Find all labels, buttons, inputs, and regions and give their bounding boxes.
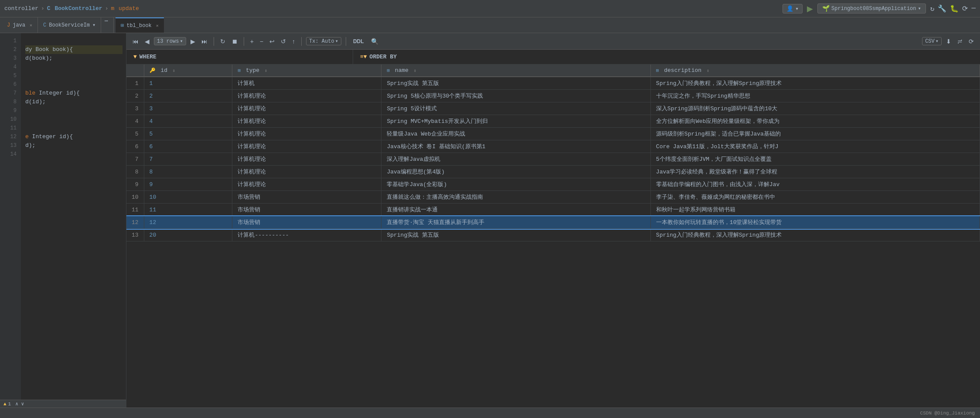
description-cell: Core Java第11版，Jolt大奖获奖作品，针对J [650, 140, 980, 153]
next-row-button[interactable]: ▶ [189, 37, 197, 46]
col-type[interactable]: ⊞ type ⇕ [232, 65, 381, 77]
remove-row-button[interactable]: − [258, 37, 265, 46]
data-table: 🔑 id ⇕ ⊞ type ⇕ ⊞ name ⇕ [126, 65, 980, 241]
ddl-button[interactable]: DDL [350, 37, 367, 45]
more-icon[interactable]: ⟳ [962, 4, 968, 13]
csv-dropdown-icon: ▾ [936, 38, 939, 44]
id-cell: 12 [144, 216, 232, 229]
table-row[interactable]: 4 4 计算机理论 Spring MVC+Mybatis开发从入门到归 全方位解… [126, 115, 980, 128]
row-num-cell: 3 [126, 102, 144, 115]
stop-button[interactable]: ⏹ [230, 37, 239, 46]
build-icon[interactable]: 🔧 [938, 4, 946, 13]
user-button[interactable]: 👤 ▾ [783, 4, 803, 14]
where-label: WHERE [140, 54, 157, 60]
table-row[interactable]: 10 10 市场营销 直播就这么做：主播高效沟通实战指南 李子柒、李佳奇、薇娅成… [126, 191, 980, 204]
row-num-cell: 10 [126, 191, 144, 204]
user-dropdown-icon: ▾ [795, 5, 799, 12]
row-num-cell: 9 [126, 178, 144, 191]
refresh-icon[interactable]: ↻ [930, 4, 935, 13]
sort-icon-name[interactable]: ⇕ [414, 68, 416, 73]
orderby-section[interactable]: ≡▼ ORDER BY [353, 50, 404, 64]
revert2-button[interactable]: ↺ [279, 37, 288, 46]
tx-label: Tx: Auto [309, 38, 334, 44]
toolbar-divider-4 [346, 37, 346, 46]
extra-button[interactable]: ⟳ [967, 37, 976, 46]
filter2-button[interactable]: ≓ [956, 37, 964, 46]
col-name[interactable]: ⊞ name ⇕ [381, 65, 650, 77]
table-row[interactable]: 8 8 计算机理论 Java编程思想(第4版) Java学习必读经典，殿堂级著作… [126, 166, 980, 178]
tab-bookservice[interactable]: C BookServiceIm ▾ [38, 17, 101, 33]
rows-dropdown-icon: ▾ [180, 38, 183, 44]
id-cell: 6 [144, 140, 232, 153]
tab-tbl-book-close[interactable]: ✕ [156, 23, 159, 28]
revert-button[interactable]: ↩ [268, 37, 276, 46]
status-bar: CSDN @Ding_Jiaxiong [0, 408, 980, 418]
description-cell: 李子柒、李佳奇、薇娅成为网红的秘密都在书中 [650, 191, 980, 204]
app-selector[interactable]: 🌱 Springboot08SsmpApplication ▾ [817, 3, 926, 14]
breadcrumb-controller[interactable]: controller [4, 5, 38, 12]
table-container[interactable]: 🔑 id ⇕ ⊞ type ⇕ ⊞ name ⇕ [126, 65, 980, 408]
tx-dropdown-icon: ▾ [335, 38, 338, 44]
minimize-icon[interactable]: — [971, 4, 976, 13]
sort-icon-description[interactable]: ⇕ [707, 68, 709, 73]
table-row[interactable]: 13 20 计算机---------- Spring实战 第五版 Spring入… [126, 229, 980, 241]
type-cell: 市场营销 [232, 191, 381, 204]
type-cell: 计算机理论 [232, 153, 381, 166]
table-row[interactable]: 1 1 计算机 Spring实战 第五版 Spring入门经典教程，深入理解Sp… [126, 77, 980, 90]
sort-icon-type[interactable]: ⇕ [265, 68, 267, 73]
class-icon: C [47, 5, 51, 12]
description-cell: 十年沉淀之作，手写Spring精华思想 [650, 90, 980, 102]
tab-tbl-book[interactable]: ⊞ tbl_book ✕ [116, 17, 164, 33]
id-cell: 7 [144, 153, 232, 166]
add-row-button[interactable]: + [248, 37, 255, 46]
up-button[interactable]: ↑ [290, 37, 297, 46]
table-row[interactable]: 11 11 市场营销 直播销讲实战一本通 和秋叶一起学系列网络营销书籍 [126, 204, 980, 216]
description-cell: 源码级剖析Spring框架，适合已掌握Java基础的 [650, 128, 980, 140]
table-row[interactable]: 9 9 计算机理论 零基础学Java(全彩版) 零基础自学编程的入门图书，由浅入… [126, 178, 980, 191]
code-line-8: d(id); [25, 98, 122, 106]
breadcrumb-class[interactable]: C BookController [47, 5, 102, 12]
code-content[interactable]: dy Book book){ d(book); ble Integer id){… [21, 33, 126, 400]
sort-icon-id[interactable]: ⇕ [173, 68, 175, 73]
tab-more[interactable]: ⋯ [101, 17, 112, 33]
description-cell: Spring入门经典教程，深入理解Spring原理技术 [650, 77, 980, 90]
type-cell: 计算机理论 [232, 115, 381, 128]
table-row[interactable]: 5 5 计算机理论 轻量级Java Web企业应用实战 源码级剖析Spring框… [126, 128, 980, 140]
table-row[interactable]: 6 6 计算机理论 Java核心技术 卷I 基础知识(原书第1 Core Jav… [126, 140, 980, 153]
left-tabs: J java ✕ C BookServiceIm ▾ ⋯ [0, 17, 114, 33]
first-row-button[interactable]: ⏮ [131, 37, 140, 46]
run-button[interactable]: ▶ [807, 4, 813, 14]
last-row-button[interactable]: ⏭ [200, 37, 209, 46]
debug-icon[interactable]: 🐛 [950, 4, 959, 13]
description-cell: 5个纬度全面剖析JVM，大厂面试知识点全覆盖 [650, 153, 980, 166]
csv-label: CSV [925, 38, 935, 44]
row-num-cell: 4 [126, 115, 144, 128]
description-cell: Java学习必读经典，殿堂级著作！赢得了全球程 [650, 166, 980, 178]
refresh-data-button[interactable]: ↻ [218, 37, 227, 46]
orderby-filter-icon: ≡▼ [360, 54, 367, 60]
tab-java[interactable]: J java ✕ [2, 17, 38, 33]
col-description[interactable]: ⊞ description ⇕ [650, 65, 980, 77]
tab-java-close[interactable]: ✕ [30, 23, 32, 28]
warning-nav[interactable]: ∧ ∨ [15, 401, 24, 407]
code-line-9 [25, 106, 122, 115]
search-button[interactable]: 🔍 [369, 37, 380, 46]
where-section[interactable]: ▼ WHERE [126, 50, 353, 64]
col-id[interactable]: 🔑 id ⇕ [144, 65, 232, 77]
breadcrumb-method[interactable]: m update [111, 5, 139, 12]
key-icon: 🔑 [150, 68, 156, 73]
tx-selector[interactable]: Tx: Auto ▾ [306, 37, 341, 45]
rows-selector[interactable]: 13 rows ▾ [154, 37, 186, 45]
tab-java-label: java [13, 22, 25, 28]
table-row[interactable]: 3 3 计算机理论 Spring 5设计模式 深入Spring源码剖析Sprin… [126, 102, 980, 115]
name-cell: Java核心技术 卷I 基础知识(原书第1 [381, 140, 650, 153]
download-button[interactable]: ⬇ [944, 37, 953, 46]
csv-selector[interactable]: CSV ▾ [922, 37, 942, 45]
prev-row-button[interactable]: ◀ [143, 37, 151, 46]
table-row[interactable]: 2 2 计算机理论 Spring 5核心原理与30个类手写实践 十年沉淀之作，手… [126, 90, 980, 102]
table-row[interactable]: 12 12 市场营销 直播带货·淘宝 天猫直播从新手到高手 一本教你如何玩转直播… [126, 216, 980, 229]
code-area: 12345 678910 11121314 dy Book book){ d(b… [0, 33, 126, 400]
col-desc-icon: ⊞ [656, 68, 659, 73]
code-line-6 [25, 80, 122, 89]
table-row[interactable]: 7 7 计算机理论 深入理解Java虚拟机 5个纬度全面剖析JVM，大厂面试知识… [126, 153, 980, 166]
